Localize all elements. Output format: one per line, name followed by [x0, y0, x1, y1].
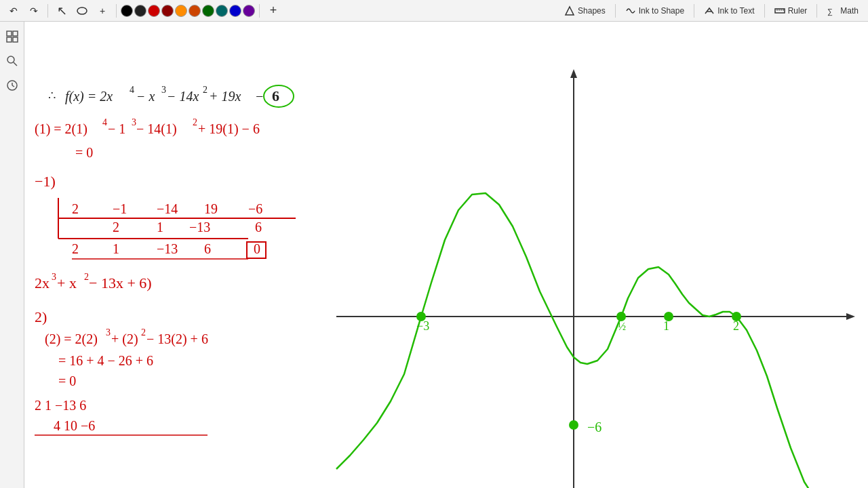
- svg-point-86: [569, 420, 578, 430]
- svg-text:2: 2: [193, 117, 197, 127]
- svg-text:3: 3: [132, 117, 136, 127]
- ink-to-text-button[interactable]: Ink to Text: [698, 4, 760, 18]
- math-button[interactable]: ∑ Math: [821, 4, 864, 18]
- function-graph: −3 ½ 1 2 −6: [316, 59, 868, 488]
- svg-text:+ 19(1) − 6: + 19(1) − 6: [198, 121, 260, 137]
- toolbar-separator-1: [47, 4, 48, 18]
- color-darkorange[interactable]: [189, 5, 201, 17]
- color-red[interactable]: [148, 5, 160, 17]
- undo-button[interactable]: ↶: [4, 1, 23, 20]
- color-orange[interactable]: [175, 5, 187, 17]
- svg-text:− 13(2) + 6: − 13(2) + 6: [146, 331, 208, 347]
- svg-text:= 0: = 0: [75, 145, 93, 160]
- math-label: Math: [840, 6, 859, 16]
- svg-text:− 13x + 6): − 13x + 6): [89, 274, 152, 291]
- ink-to-text-label: Ink to Text: [717, 6, 754, 16]
- svg-text:+ 19x: + 19x: [209, 89, 241, 104]
- sidebar-search-button[interactable]: [3, 52, 22, 70]
- svg-text:6: 6: [255, 220, 262, 235]
- toolbar-separator-6: [764, 4, 765, 18]
- color-blue[interactable]: [229, 5, 241, 17]
- svg-text:2: 2: [72, 201, 79, 216]
- redo-button[interactable]: ↷: [24, 1, 43, 20]
- svg-text:− x: − x: [136, 89, 155, 104]
- color-green[interactable]: [202, 5, 214, 17]
- select-button[interactable]: ↖: [52, 1, 71, 20]
- svg-text:−14: −14: [157, 201, 178, 216]
- svg-text:2: 2: [733, 319, 739, 333]
- svg-text:(1) = 2(1): (1) = 2(1): [35, 121, 87, 137]
- svg-text:−6: −6: [587, 420, 601, 434]
- svg-rect-11: [7, 37, 12, 42]
- svg-text:3: 3: [106, 327, 111, 338]
- color-black2[interactable]: [134, 5, 146, 17]
- svg-marker-76: [846, 313, 855, 320]
- svg-point-13: [7, 56, 14, 63]
- color-purple[interactable]: [243, 5, 255, 17]
- svg-text:4   10   −6: 4 10 −6: [54, 418, 95, 433]
- svg-text:3: 3: [161, 85, 166, 95]
- svg-rect-10: [13, 31, 18, 36]
- svg-text:2: 2: [84, 272, 89, 282]
- sidebar: [0, 22, 24, 488]
- svg-text:2: 2: [141, 327, 146, 338]
- lasso-button[interactable]: [73, 1, 92, 20]
- svg-text:2): 2): [35, 308, 47, 325]
- add-page-button[interactable]: +: [93, 1, 112, 20]
- color-black[interactable]: [121, 5, 133, 17]
- svg-text:− 14(1): − 14(1): [136, 121, 177, 137]
- svg-point-84: [664, 312, 673, 321]
- svg-point-0: [77, 7, 87, 14]
- svg-text:= 0: = 0: [58, 373, 76, 388]
- toolbar: ↶ ↷ ↖ + + Shapes Ink to Shape Ink to Tex…: [0, 0, 868, 22]
- svg-rect-12: [13, 37, 18, 42]
- svg-text:2: 2: [113, 220, 119, 235]
- svg-text:1: 1: [113, 241, 119, 256]
- svg-text:∑: ∑: [827, 7, 833, 16]
- toolbar-separator-7: [816, 4, 817, 18]
- svg-text:2: 2: [72, 241, 79, 256]
- add-button[interactable]: +: [264, 1, 283, 20]
- svg-text:1: 1: [157, 220, 163, 235]
- svg-text:+ x: + x: [57, 274, 77, 291]
- color-darkred[interactable]: [161, 5, 174, 17]
- svg-line-17: [12, 85, 14, 87]
- svg-rect-9: [7, 31, 12, 36]
- toolbar-separator-3: [259, 4, 260, 18]
- ruler-button[interactable]: Ruler: [769, 4, 813, 18]
- math-handwriting: ∴ f(x) = 2x 4 − x 3 − 14x 2 + 19x − 6 (1…: [31, 59, 323, 488]
- curve-polyline: [336, 193, 818, 488]
- svg-text:4: 4: [102, 117, 107, 127]
- sidebar-pages-button[interactable]: [3, 27, 22, 46]
- svg-text:−6: −6: [248, 201, 262, 216]
- svg-text:(2) = 2(2): (2) = 2(2): [45, 331, 98, 347]
- svg-text:− 14x: − 14x: [167, 89, 199, 104]
- color-teal[interactable]: [216, 5, 228, 17]
- svg-text:−1): −1): [35, 173, 56, 190]
- svg-text:− 1: − 1: [108, 121, 125, 136]
- svg-text:−: −: [255, 89, 264, 104]
- svg-text:= 16 + 4 − 26 + 6: = 16 + 4 − 26 + 6: [58, 353, 153, 368]
- svg-text:6: 6: [272, 87, 279, 104]
- ink-to-shape-label: Ink to Shape: [639, 6, 684, 16]
- ruler-label: Ruler: [788, 6, 808, 16]
- svg-text:1: 1: [663, 319, 669, 333]
- main-canvas[interactable]: ∴ f(x) = 2x 4 − x 3 − 14x 2 + 19x − 6 (1…: [24, 22, 868, 488]
- svg-text:19: 19: [204, 201, 218, 216]
- svg-marker-74: [570, 69, 577, 78]
- svg-text:−1: −1: [113, 201, 127, 216]
- svg-text:∴: ∴: [48, 89, 56, 102]
- toolbar-separator-2: [116, 4, 117, 18]
- shapes-button[interactable]: Shapes: [559, 4, 611, 18]
- toolbar-separator-4: [615, 4, 616, 18]
- svg-text:−13: −13: [157, 241, 178, 256]
- svg-text:6: 6: [204, 241, 211, 256]
- svg-text:4: 4: [130, 85, 134, 95]
- svg-text:0: 0: [254, 241, 260, 256]
- svg-text:f(x) = 2x: f(x) = 2x: [65, 89, 113, 104]
- svg-marker-1: [566, 7, 574, 15]
- toolbar-separator-5: [694, 4, 694, 18]
- sidebar-recent-button[interactable]: [3, 76, 22, 95]
- ink-to-shape-button[interactable]: Ink to Shape: [620, 4, 690, 18]
- svg-text:2x: 2x: [35, 274, 50, 291]
